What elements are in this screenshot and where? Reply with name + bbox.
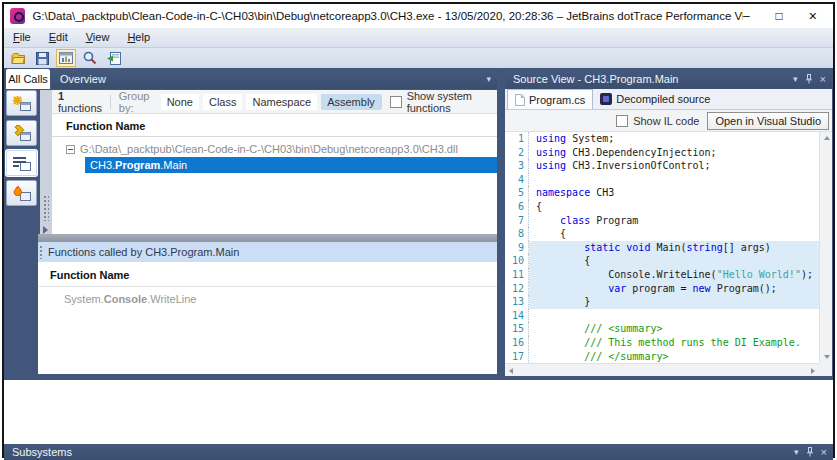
pin-icon[interactable] [805, 74, 813, 84]
maximize-button[interactable]: □ [776, 4, 783, 28]
plain-list-icon [12, 155, 32, 172]
close-icon[interactable]: × [820, 74, 826, 84]
code-line: 7 class Program [505, 214, 819, 228]
collapse-expander-icon[interactable] [66, 145, 75, 154]
plain-list-view-button[interactable] [6, 150, 37, 176]
vertical-splitter[interactable] [40, 90, 52, 238]
horizontal-scrollbar[interactable] [505, 363, 819, 376]
threads-tree-icon [12, 95, 32, 112]
show-il-code-toggle[interactable]: Show IL code [616, 115, 699, 127]
call-tree-icon [12, 125, 32, 142]
tree-root-label: G:\Data\_packtpub\Clean-Code-in-C-\CH03\… [80, 143, 458, 155]
menu-edit[interactable]: Edit [40, 28, 77, 47]
open-snapshot-icon[interactable] [8, 49, 28, 67]
app-window: G:\Data\_packtpub\Clean-Code-in-C-\CH03\… [2, 2, 835, 458]
source-view-panel: Source View - CH3.Program.Main ▾ × Progr… [505, 69, 832, 376]
code-line: 3using CH3.InversionOfControl; [505, 159, 819, 173]
functions-called-panel: Functions called by CH3.Program.Main Fun… [38, 242, 497, 374]
tree-selected-row[interactable]: CH3.Program.Main [85, 157, 497, 173]
subsystems-title: Subsystems [12, 446, 72, 458]
group-option-class[interactable]: Class [203, 94, 243, 110]
code-line: 10 { [505, 254, 819, 268]
function-tree: G:\Data\_packtpub\Clean-Code-in-C-\CH03\… [52, 137, 497, 173]
code-line: 13 } [505, 295, 819, 309]
code-line: 1using System; [505, 132, 819, 146]
code-line: 14 [505, 309, 819, 323]
menu-help[interactable]: Help [118, 28, 159, 47]
hot-spots-icon [12, 185, 32, 202]
save-icon[interactable] [32, 49, 52, 67]
code-line: 8 { [505, 227, 819, 241]
tab-program-cs[interactable]: Program.cs [507, 89, 593, 109]
overview-panel: 1 functions Group by: NoneClassNamespace… [52, 90, 497, 234]
pin-icon[interactable] [806, 447, 814, 457]
minimize-button[interactable]: – [743, 4, 750, 28]
code-line: 11 Console.WriteLine("Hello World!"); [505, 268, 819, 282]
dottrace-logo-icon [10, 8, 25, 24]
subsystems-header: Subsystems ▾ × [4, 444, 833, 460]
show-system-functions-label: Show system functions [407, 90, 491, 114]
called-column-header[interactable]: Function Name [38, 262, 497, 287]
menu-view[interactable]: View [77, 28, 119, 47]
chevron-down-icon[interactable]: ▾ [793, 74, 798, 84]
overview-header-title: Overview [60, 73, 106, 85]
menu-bar: FileEditViewHelp [4, 28, 833, 48]
code-line: 2using CH3.DependencyInjection; [505, 146, 819, 160]
source-tabs: Program.cs Decompiled source [505, 89, 832, 110]
chevron-down-icon[interactable]: ▾ [486, 74, 491, 84]
close-icon[interactable]: × [821, 447, 827, 457]
group-option-assembly[interactable]: Assembly [321, 94, 381, 110]
overview-toolbar: 1 functions Group by: NoneClassNamespace… [52, 90, 497, 114]
show-il-code-label: Show IL code [633, 115, 699, 127]
call-tree-view-button[interactable] [6, 120, 37, 146]
group-option-none[interactable]: None [161, 94, 199, 110]
hot-spots-view-button[interactable] [6, 180, 37, 206]
code-line: 5namespace CH3 [505, 186, 819, 200]
source-view-title: Source View - CH3.Program.Main [513, 73, 678, 85]
code-area: 1using System;2using CH3.DependencyInjec… [505, 132, 832, 376]
vertical-scrollbar[interactable] [819, 132, 832, 363]
show-system-functions-checkbox[interactable] [390, 96, 402, 108]
splitter-grip[interactable] [39, 245, 44, 259]
open-in-visual-studio-button[interactable]: Open in Visual Studio [707, 112, 829, 130]
file-icon [515, 94, 525, 106]
close-button[interactable]: × [809, 4, 817, 28]
tab-all-calls[interactable]: All Calls [6, 69, 50, 89]
chevron-down-icon[interactable]: ▾ [794, 447, 799, 457]
export-icon[interactable] [104, 49, 124, 67]
code-lines: 1using System;2using CH3.DependencyInjec… [505, 132, 819, 363]
workspace: All Calls Overview ▾ 1 functions Group b… [4, 68, 833, 380]
functions-count: 1 functions [58, 90, 102, 114]
function-name-column-header[interactable]: Function Name [52, 114, 497, 137]
code-line: 12 var program = new Program(); [505, 282, 819, 296]
show-il-code-checkbox[interactable] [616, 115, 628, 127]
inspect-icon[interactable] [80, 49, 100, 67]
functions-called-header: Functions called by CH3.Program.Main [38, 242, 497, 262]
group-by-label: Group by: [119, 90, 157, 114]
code-line: 6{ [505, 200, 819, 214]
source-view-header: Source View - CH3.Program.Main ▾ × [505, 69, 832, 89]
decompiler-icon [600, 93, 612, 105]
tree-root-row[interactable]: G:\Data\_packtpub\Clean-Code-in-C-\CH03\… [52, 137, 497, 157]
group-by-options: NoneClassNamespaceAssembly [157, 96, 381, 108]
show-system-functions-toggle[interactable]: Show system functions [390, 90, 491, 114]
code-line: 16 /// This method runs the DI Example. [505, 336, 819, 350]
horizontal-splitter[interactable] [38, 234, 497, 242]
group-option-namespace[interactable]: Namespace [246, 94, 317, 110]
window-title: G:\Data\_packtpub\Clean-Code-in-C-\CH03\… [32, 10, 742, 22]
title-bar: G:\Data\_packtpub\Clean-Code-in-C-\CH03\… [4, 4, 833, 28]
code-line: 17 /// </summary> [505, 350, 819, 364]
tab-decompiled-source[interactable]: Decompiled source [593, 89, 717, 109]
overview-header: Overview ▾ [52, 69, 497, 89]
code-line: 15 /// <summary> [505, 322, 819, 336]
code-line: 9 static void Main(string[] args) [505, 241, 819, 255]
functions-called-title: Functions called by CH3.Program.Main [48, 246, 239, 258]
source-toolbar: Show IL code Open in Visual Studio [505, 110, 832, 132]
main-toolbar [4, 48, 833, 68]
threads-tree-view-button[interactable] [6, 90, 37, 116]
code-line: 4 [505, 173, 819, 187]
called-function-row[interactable]: System.Console.WriteLine [38, 287, 497, 305]
snapshot-view-icon[interactable] [56, 49, 76, 67]
menu-file[interactable]: File [4, 28, 40, 47]
